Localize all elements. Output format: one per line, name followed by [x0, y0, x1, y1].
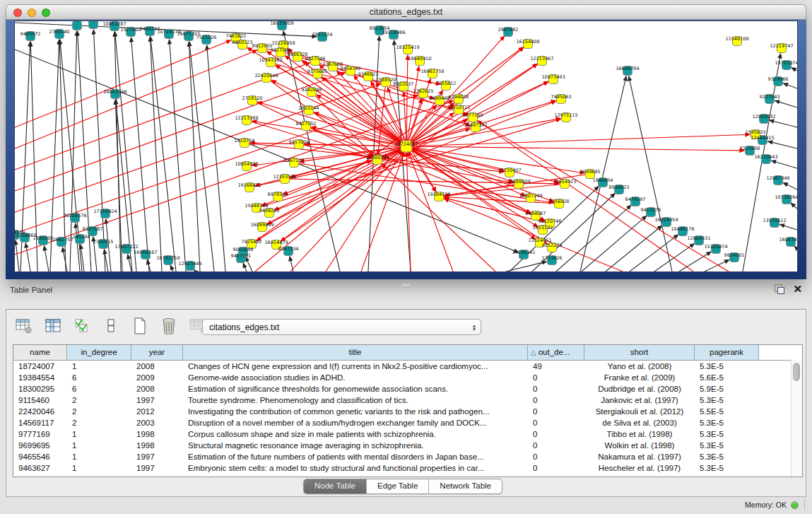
citation-edge[interactable]	[194, 270, 196, 271]
table-cell[interactable]: Tourette syndrome. Phenomenology and cla…	[183, 395, 528, 406]
select-all-button[interactable]	[73, 317, 91, 335]
table-cell[interactable]: Structural magnetic resonance image aver…	[183, 440, 528, 451]
table-row[interactable]: 911546021997Tourette syndrome. Phenomeno…	[13, 395, 802, 406]
memory-ok-icon[interactable]	[791, 501, 799, 509]
table-cell[interactable]: 22420046	[13, 406, 67, 417]
table-cell[interactable]: 1	[67, 462, 131, 474]
column-header-out-de-[interactable]: △out_de...	[528, 345, 584, 360]
citation-edge[interactable]	[207, 45, 225, 271]
table-cell[interactable]: 1	[67, 428, 131, 440]
table-settings-button[interactable]	[15, 317, 33, 335]
table-cell[interactable]: Genome-wide association studies in ADHD.	[183, 372, 528, 383]
citation-edge[interactable]	[170, 265, 173, 271]
table-cell[interactable]: Tibbo et al. (1998)	[584, 428, 695, 440]
table-cell[interactable]: Estimation of the future numbers of pati…	[183, 451, 528, 462]
citation-edge[interactable]	[770, 120, 797, 127]
citation-edge[interactable]	[15, 40, 231, 127]
citation-edge[interactable]	[406, 55, 408, 146]
table-cell[interactable]: 9463627	[13, 462, 67, 474]
table-cell[interactable]: 0	[528, 451, 584, 462]
table-cell[interactable]: 14569117	[13, 417, 67, 428]
citation-edge[interactable]	[406, 146, 513, 182]
citation-edge[interactable]	[794, 246, 797, 249]
column-header-pagerank[interactable]: pagerank	[695, 345, 759, 360]
table-cell[interactable]: Estimation of significance thresholds fo…	[183, 383, 528, 395]
citation-edge[interactable]	[378, 82, 386, 154]
column-header-title[interactable]: title	[183, 345, 528, 360]
table-cell[interactable]: 5.5E-5	[695, 406, 759, 417]
column-header-year[interactable]: year	[131, 345, 183, 360]
table-cell[interactable]: 2008	[131, 383, 183, 395]
table-cell[interactable]: Investigating the contribution of common…	[183, 406, 528, 417]
panel-splitter-handle[interactable]	[401, 283, 411, 288]
table-cell[interactable]: 0	[528, 406, 584, 417]
table-row[interactable]: 946362711997Embryonic stem cells: a mode…	[13, 462, 802, 474]
tab-network-table[interactable]: Network Table	[429, 479, 502, 493]
table-cell[interactable]: 2008	[131, 361, 183, 372]
citation-edge[interactable]	[309, 110, 545, 221]
new-table-button[interactable]	[131, 317, 149, 335]
table-cell[interactable]: 5.3E-5	[695, 428, 759, 440]
table-row[interactable]: 977716911998Corpus callosum shape and si…	[13, 428, 802, 440]
table-cell[interactable]: 9465546	[13, 451, 67, 462]
table-cell[interactable]: 2	[67, 395, 131, 406]
table-cell[interactable]: 1997	[131, 462, 183, 474]
citation-edge[interactable]	[262, 82, 548, 227]
table-cell[interactable]: Embryonic stem cells: a model to study s…	[183, 462, 528, 474]
table-cell[interactable]: Nakamura et al. (1997)	[584, 451, 695, 462]
tab-node-table[interactable]: Node Table	[304, 479, 367, 493]
table-header-row[interactable]: namein_degreeyeartitle△out_de...shortpag…	[13, 345, 802, 361]
table-cell[interactable]: de Silva et al. (2003)	[584, 417, 695, 428]
citation-edge[interactable]	[243, 263, 247, 271]
citation-edge[interactable]	[170, 40, 186, 271]
table-cell[interactable]: 5.6E-5	[695, 372, 759, 383]
citation-edge[interactable]	[15, 101, 453, 255]
table-cell[interactable]: 6	[67, 383, 131, 395]
citation-edge[interactable]	[784, 83, 797, 88]
row-height-button[interactable]	[102, 317, 120, 335]
table-cell[interactable]: 9115460	[13, 395, 67, 406]
table-cell[interactable]: 0	[528, 462, 584, 474]
close-panel-icon[interactable]: ✕	[793, 284, 802, 294]
column-visibility-button[interactable]	[44, 317, 62, 335]
table-cell[interactable]: 0	[528, 395, 584, 406]
citation-edge[interactable]	[775, 100, 797, 107]
table-vertical-scrollbar[interactable]	[791, 360, 802, 477]
citation-edge[interactable]	[772, 160, 797, 168]
delete-rows-button[interactable]	[160, 317, 178, 335]
table-row[interactable]: 946554611997Estimation of the future num…	[13, 451, 802, 462]
citation-edge[interactable]	[629, 76, 672, 271]
table-cell[interactable]: Wolkin et al. (1998)	[584, 440, 695, 451]
table-cell[interactable]: 5.9E-5	[695, 383, 759, 395]
citation-edge[interactable]	[506, 262, 546, 271]
table-row[interactable]: 1456911722003Disruption of a novel membe…	[13, 417, 802, 428]
citation-edge[interactable]	[444, 199, 623, 271]
citation-edge[interactable]	[189, 42, 200, 271]
citation-edge[interactable]	[151, 37, 176, 271]
table-cell[interactable]: Disruption of a novel member of a sodium…	[183, 417, 528, 428]
citation-edge[interactable]	[25, 243, 30, 271]
column-header-short[interactable]: short	[584, 345, 695, 360]
citation-edge[interactable]	[406, 152, 411, 271]
citation-edge[interactable]	[258, 102, 406, 146]
citation-edge[interactable]	[780, 224, 797, 230]
table-cell[interactable]: 19384554	[13, 372, 67, 383]
citation-edge[interactable]	[16, 240, 19, 271]
citation-edge[interactable]	[406, 134, 750, 146]
tab-edge-table[interactable]: Edge Table	[367, 479, 429, 493]
column-header-in-degree[interactable]: in_degree	[67, 345, 131, 360]
citation-edge[interactable]	[792, 68, 797, 71]
table-cell[interactable]: 1998	[131, 428, 183, 440]
citation-edge[interactable]	[406, 146, 744, 151]
citation-edge[interactable]	[271, 81, 406, 146]
table-cell[interactable]: 18724007	[13, 361, 67, 372]
table-cell[interactable]: Hescheler et al. (1997)	[584, 462, 695, 474]
window-titlebar[interactable]: citations_edges.txt	[6, 4, 806, 20]
table-cell[interactable]: Jankovic et al. (1997)	[584, 395, 695, 406]
table-cell[interactable]: 6	[67, 372, 131, 383]
node-table[interactable]: namein_degreeyeartitle△out_de...shortpag…	[13, 344, 803, 477]
citation-edge[interactable]	[269, 101, 556, 213]
table-cell[interactable]: 5.3E-5	[695, 451, 759, 462]
table-row[interactable]: 1938455462009Genome-wide association stu…	[13, 372, 802, 383]
citation-edge[interactable]	[791, 203, 797, 209]
